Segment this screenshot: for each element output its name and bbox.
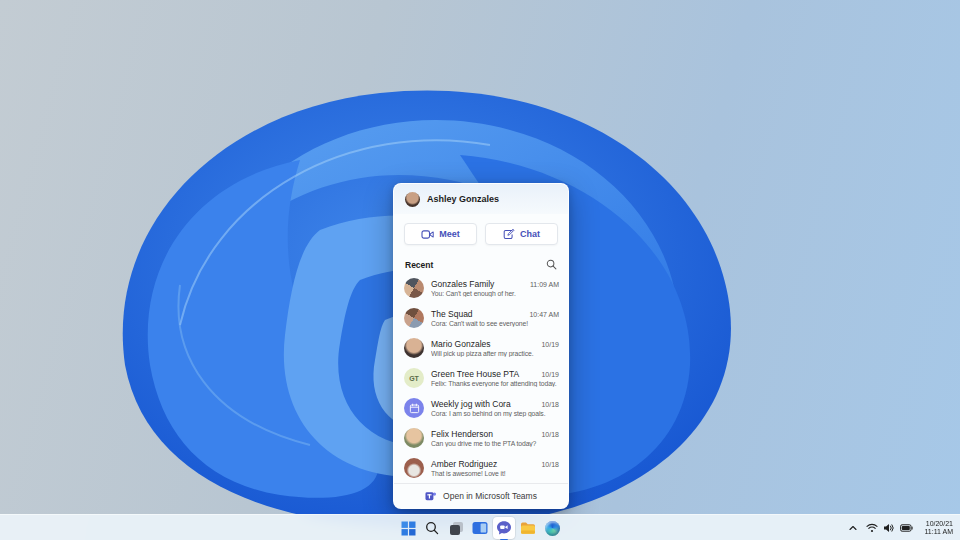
system-tray: 10/20/21 11:11 AM (848, 515, 956, 540)
conversation-title: Gonzales Family (431, 279, 494, 289)
chevron-up-icon (848, 524, 858, 532)
chat-taskbar-button[interactable] (493, 517, 515, 539)
person-photo-avatar (404, 428, 424, 448)
conversation-time: 10:47 AM (529, 311, 559, 318)
calendar-icon (409, 403, 420, 414)
conversation-row[interactable]: Felix Henderson10/18 Can you drive me to… (394, 423, 568, 453)
conversation-time: 10/18 (541, 431, 559, 438)
edge-button[interactable] (541, 517, 563, 539)
search-button[interactable] (421, 517, 443, 539)
file-explorer-button[interactable] (517, 517, 539, 539)
conversation-time: 11:09 AM (530, 281, 559, 288)
conversation-title: Amber Rodriguez (431, 459, 497, 469)
conversation-title: The Squad (431, 309, 473, 319)
teams-logo-icon (425, 490, 437, 502)
conversation-title: Felix Henderson (431, 429, 493, 439)
widgets-icon (472, 521, 488, 535)
task-view-icon (449, 521, 464, 536)
conversation-preview: Will pick up pizza after my practice. (431, 350, 559, 357)
profile-header[interactable]: Ashley Gonzales (394, 184, 568, 214)
desktop: Ashley Gonzales Meet Chat Recent (0, 0, 960, 540)
calendar-avatar (404, 398, 424, 418)
taskbar: 10/20/21 11:11 AM (0, 514, 960, 540)
open-in-teams-label: Open in Microsoft Teams (443, 491, 537, 501)
search-icon (425, 521, 439, 535)
open-in-teams-button[interactable]: Open in Microsoft Teams (394, 483, 568, 508)
file-explorer-icon (520, 521, 536, 535)
conversation-time: 10/19 (541, 341, 559, 348)
conversation-preview: You: Can't get enough of her. (431, 290, 559, 297)
conversation-title: Mario Gonzales (431, 339, 491, 349)
edge-icon (545, 521, 560, 536)
tray-chevron-button[interactable] (848, 517, 858, 539)
conversation-row[interactable]: Gonzales Family11:09 AM You: Can't get e… (394, 273, 568, 303)
taskbar-center (397, 517, 563, 539)
conversation-row[interactable]: GT Green Tree House PTA10/19 Felix: Than… (394, 363, 568, 393)
conversation-preview: Cora: I am so behind on my step goals. (431, 410, 559, 417)
speaker-icon (883, 523, 895, 533)
conversation-preview: Felix: Thanks everyone for attending tod… (431, 380, 559, 387)
conversation-title: Green Tree House PTA (431, 369, 519, 379)
person-photo-avatar (404, 458, 424, 478)
conversation-preview: Cora: Can't wait to see everyone! (431, 320, 559, 327)
chat-button[interactable]: Chat (485, 223, 558, 245)
windows-start-icon (401, 521, 416, 536)
compose-icon (503, 228, 515, 240)
recent-row: Recent (394, 252, 568, 273)
conversation-row[interactable]: The Squad10:47 AM Cora: Can't wait to se… (394, 303, 568, 333)
start-button[interactable] (397, 517, 419, 539)
conversation-time: 10/18 (541, 461, 559, 468)
person-photo-avatar (404, 338, 424, 358)
conversation-row[interactable]: Mario Gonzales10/19 Will pick up pizza a… (394, 333, 568, 363)
meet-button[interactable]: Meet (404, 223, 477, 245)
tray-date: 10/20/21 (924, 520, 953, 529)
conversation-title: Weekly jog with Cora (431, 399, 511, 409)
initials-avatar: GT (404, 368, 424, 388)
task-view-button[interactable] (445, 517, 467, 539)
quick-settings-cluster[interactable] (864, 523, 915, 533)
wifi-icon (866, 523, 878, 533)
conversation-time: 10/19 (541, 371, 559, 378)
action-buttons-row: Meet Chat (394, 214, 568, 252)
recent-label: Recent (405, 260, 433, 270)
bloom-wallpaper (30, 25, 750, 530)
widgets-button[interactable] (469, 517, 491, 539)
user-name: Ashley Gonzales (427, 194, 499, 204)
tray-time: 11:11 AM (924, 528, 953, 537)
conversation-preview: That is awesome! Love it! (431, 470, 559, 477)
clock[interactable]: 10/20/21 11:11 AM (921, 520, 956, 537)
conversation-row[interactable]: Amber Rodriguez10/18 That is awesome! Lo… (394, 453, 568, 483)
conversation-time: 10/18 (541, 401, 559, 408)
group-photo-avatar (404, 308, 424, 328)
conversation-preview: Can you drive me to the PTA today? (431, 440, 559, 447)
conversation-list: Gonzales Family11:09 AM You: Can't get e… (394, 273, 568, 483)
teams-chat-icon (496, 520, 512, 536)
battery-icon (900, 524, 913, 532)
chat-button-label: Chat (520, 229, 540, 239)
user-avatar (405, 192, 420, 207)
teams-chat-flyout: Ashley Gonzales Meet Chat Recent (393, 183, 569, 509)
group-photo-avatar (404, 278, 424, 298)
conversation-row[interactable]: Weekly jog with Cora10/18 Cora: I am so … (394, 393, 568, 423)
video-camera-icon (421, 229, 434, 240)
meet-button-label: Meet (439, 229, 460, 239)
search-icon[interactable] (546, 259, 557, 270)
